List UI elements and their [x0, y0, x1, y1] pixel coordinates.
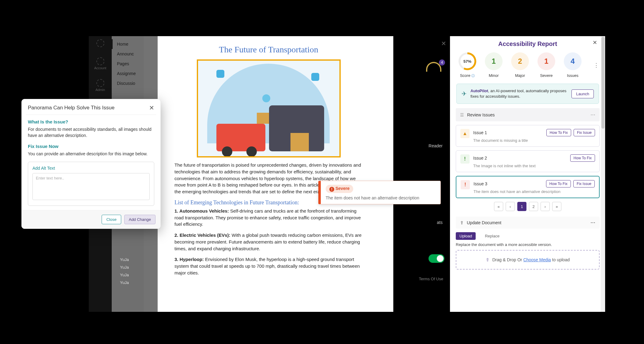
autopilot-text: AutoPilot, an AI-powered tool, automatic… — [470, 88, 568, 99]
minor-label: Minor — [489, 73, 499, 78]
modal-backdrop-right: ✕ 4 Reader ats eft. Terms Of Use — [393, 36, 450, 312]
scrollbar[interactable] — [601, 36, 605, 312]
list-item-label: 1. Autonomous Vehicles: — [174, 208, 229, 214]
illustration-crate — [257, 113, 269, 124]
minor-ring-icon: 1 — [485, 52, 503, 70]
more-icon[interactable]: ⋯ — [590, 220, 595, 225]
issue-name: Issue 1 — [473, 130, 487, 135]
dropzone-text: to upload — [551, 257, 570, 262]
upload-dropzone[interactable]: ⇧ Drag & Drop Or Choose Media to upload — [456, 250, 600, 270]
terms-link[interactable]: Terms Of Use — [419, 277, 443, 281]
upload-hint: Replace the document with a more accessi… — [456, 242, 600, 247]
user-bubble-icon — [262, 94, 270, 102]
fix-instruction: You can provide an alternative descripti… — [28, 151, 154, 157]
illustration-truck — [216, 124, 265, 151]
document-list-item: 2. Electric Vehicles (EVs): With a globa… — [174, 232, 363, 252]
issue-card[interactable]: ▲ Issue 1 How To Fix Fix Issue The docum… — [456, 125, 600, 147]
more-icon[interactable]: ⋯ — [590, 112, 595, 118]
upload-cloud-icon: ⇧ — [486, 257, 489, 262]
major-ring-icon: 2 — [511, 52, 529, 70]
choose-media-link[interactable]: Choose Media — [523, 257, 551, 262]
accessibility-panel: ✕ Accessibility Report 57% Score ⓘ 1 Min… — [450, 36, 605, 312]
fix-issue-button[interactable]: Fix Issue — [574, 129, 595, 136]
add-change-button[interactable]: Add Change — [124, 215, 155, 224]
score-ring-icon: 57% — [459, 52, 476, 70]
issues-label: Issues — [567, 73, 578, 78]
yuja-item: YuJa — [120, 265, 129, 270]
close-icon[interactable]: ✕ — [441, 40, 446, 47]
pagination: « ‹ 1 2 › » — [456, 202, 600, 211]
fix-issue-button[interactable]: Fix Issue — [573, 180, 595, 187]
document-image-highlighted[interactable] — [197, 59, 341, 157]
yuja-item: YuJa — [120, 273, 129, 277]
chat-bubble-icon — [311, 73, 319, 81]
tab-replace[interactable]: Replace — [481, 232, 503, 240]
metrics-row: 57% Score ⓘ 1 Minor 2 Major 1 Severe 4 I… — [456, 52, 600, 81]
severity-text: Severe — [335, 186, 350, 191]
major-label: Major — [515, 73, 525, 78]
alt-text-label: Add Alt Text — [32, 166, 150, 171]
warning-icon: ▲ — [460, 129, 470, 138]
info-icon[interactable]: ⓘ — [471, 74, 475, 77]
severity-tooltip: !Severe The item does not have an altern… — [318, 181, 441, 204]
modal-title: Panorama Can Help Solve This Issue — [28, 105, 114, 111]
alt-text-card: Add Alt Text — [28, 162, 154, 206]
page-first[interactable]: « — [494, 202, 503, 211]
issue-description: The document is missing a title — [473, 138, 595, 143]
close-button[interactable]: Close — [102, 215, 121, 224]
how-to-fix-button[interactable]: How To Fix — [546, 129, 571, 136]
score-value: 57% — [463, 59, 471, 64]
list-icon: ☰ — [460, 112, 464, 117]
close-icon[interactable]: ✕ — [149, 104, 154, 112]
score-label: Score ⓘ — [460, 73, 475, 78]
issue-card-selected[interactable]: ! Issue 3 How To Fix Fix Issue The item … — [456, 176, 600, 198]
document-list-item: 3. Hyperloop: Envisioned by Elon Musk, t… — [174, 256, 363, 276]
review-title: Review Issues — [467, 112, 495, 117]
close-icon[interactable]: ✕ — [593, 39, 597, 46]
issues-ring-icon: 4 — [564, 52, 582, 70]
page-prev[interactable]: ‹ — [506, 202, 515, 211]
alert-icon: ! — [329, 187, 334, 192]
issue-answer: For documents to meet accessibility stan… — [28, 126, 154, 139]
major-metric[interactable]: 2 Major — [509, 52, 531, 78]
review-issues-header: ☰Review Issues ⋯ — [456, 108, 600, 121]
tooltip-description: The item does not have an alternative de… — [326, 195, 436, 200]
error-icon: ! — [461, 180, 470, 189]
illustration-crate — [290, 133, 309, 151]
reader-label: Reader — [429, 143, 443, 148]
toggle-switch[interactable] — [429, 254, 444, 263]
chat-bubble-icon — [216, 70, 224, 78]
update-document-header: ⇪Update Document ⋯ — [456, 217, 600, 229]
score-metric[interactable]: 57% Score ⓘ — [456, 52, 478, 78]
page-next[interactable]: › — [541, 202, 550, 211]
upload-icon: ⇪ — [460, 220, 464, 225]
autopilot-banner: ✈ AutoPilot, an AI-powered tool, automat… — [456, 84, 599, 104]
page-last[interactable]: » — [552, 202, 561, 211]
alt-text-input[interactable] — [32, 173, 150, 200]
minor-metric[interactable]: 1 Minor — [483, 52, 505, 78]
yuja-item: YuJa — [120, 280, 129, 285]
severe-metric[interactable]: 1 Severe — [535, 52, 557, 78]
dropzone-text: Drag & Drop Or — [492, 257, 523, 262]
tab-upload[interactable]: Upload — [456, 232, 476, 240]
list-item-label: 2. Electric Vehicles (EVs): — [174, 232, 230, 238]
issue-description: The item does not have an alternative de… — [474, 189, 595, 194]
document-list-item: 1. Autonomous Vehicles: Self-driving car… — [174, 208, 363, 228]
page-1[interactable]: 1 — [517, 202, 526, 211]
update-tabs: Upload Replace — [456, 232, 600, 240]
launch-button[interactable]: Launch — [571, 89, 594, 98]
how-to-fix-button[interactable]: How To Fix — [546, 180, 571, 187]
how-to-fix-button[interactable]: How To Fix — [570, 154, 595, 162]
document-viewer: The Future of Transportation The future … — [144, 36, 393, 312]
yuja-list: YuJa YuJa YuJa YuJa — [120, 257, 129, 285]
issues-metric[interactable]: 4 Issues — [562, 52, 584, 78]
panel-title: Accessibility Report — [456, 36, 600, 52]
issue-card[interactable]: ! Issue 2 How To Fix The Image is not in… — [456, 150, 600, 172]
fix-issue-modal: Panorama Can Help Solve This Issue ✕ Wha… — [21, 99, 161, 229]
page-2[interactable]: 2 — [529, 202, 538, 211]
stats-label: ats — [437, 220, 443, 225]
issue-name: Issue 3 — [474, 181, 487, 186]
severity-badge: !Severe — [326, 185, 353, 193]
kebab-menu-icon[interactable]: ⋮ — [593, 62, 599, 69]
issue-question: What Is the Issue? — [28, 119, 154, 124]
